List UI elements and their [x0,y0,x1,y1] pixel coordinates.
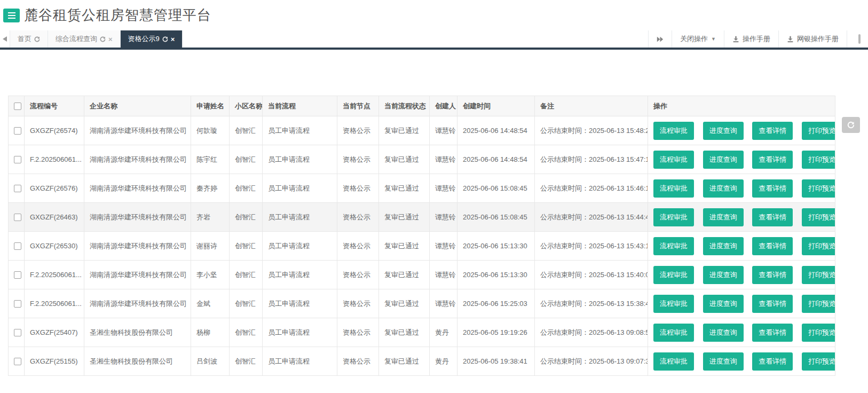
hamburger-menu-button[interactable] [3,9,20,22]
table-refresh-button[interactable] [842,117,860,133]
view-details-button[interactable]: 查看详情 [752,295,793,313]
print-preview-button[interactable]: 打印预览 [802,179,835,198]
cell-process-no: F.2.202506061... [25,261,84,289]
close-icon[interactable]: × [108,36,113,43]
progress-query-button[interactable]: 进度查询 [703,324,744,342]
view-details-button[interactable]: 查看详情 [752,237,793,255]
tab-comprehensive-process-query[interactable]: 综合流程查询 × [48,30,121,48]
print-preview-button[interactable]: 打印预览 [802,122,835,140]
cell-creator: 谭慧铃 [430,289,457,318]
refresh-icon[interactable] [162,36,168,42]
row-checkbox[interactable] [14,329,21,336]
view-details-button[interactable]: 查看详情 [752,122,793,140]
print-preview-button[interactable]: 打印预览 [802,295,835,313]
view-details-button[interactable]: 查看详情 [752,151,793,169]
progress-query-button[interactable]: 进度查询 [703,266,744,284]
tab-home[interactable]: 首页 [10,30,48,48]
process-approval-button[interactable]: 流程审批 [653,179,694,198]
table-body: GXGZF(26574) 湖南清源华建环境科技有限公司 何歆璇 创智汇 员工申请… [9,116,835,376]
row-checkbox[interactable] [14,185,21,192]
view-details-button[interactable]: 查看详情 [752,179,793,198]
view-details-button[interactable]: 查看详情 [752,266,793,284]
cell-community: 创智汇 [230,174,263,203]
process-approval-button[interactable]: 流程审批 [653,237,694,255]
process-approval-button[interactable]: 流程审批 [653,122,694,140]
cell-operations: 流程审批 进度查询 查看详情 打印预览 [648,174,835,203]
cell-created-at: 2025-06-06 14:48:54 [457,145,535,174]
close-operations-dropdown[interactable]: 关闭操作 ▼ [672,30,724,48]
cell-current-node: 资格公示 [337,203,379,232]
download-icon [732,36,739,43]
print-preview-button[interactable]: 打印预览 [802,237,835,255]
print-preview-button[interactable]: 打印预览 [802,352,835,371]
cell-process-no: GXGZF(25155) [25,347,84,376]
tab-scroll-left-button[interactable] [0,30,10,48]
cell-operations: 流程审批 进度查询 查看详情 打印预览 [648,145,835,174]
clipped-action-button[interactable] [847,30,868,48]
col-operations: 操作 [648,96,835,116]
row-checkbox[interactable] [14,127,21,135]
cell-community: 创智汇 [230,145,263,174]
cell-current-node: 资格公示 [337,145,379,174]
progress-query-button[interactable]: 进度查询 [703,208,744,226]
print-preview-button[interactable]: 打印预览 [802,208,835,226]
print-preview-button[interactable]: 打印预览 [802,151,835,169]
progress-query-button[interactable]: 进度查询 [703,237,744,255]
table-header-row: 流程编号 企业名称 申请姓名 小区名称 当前流程 当前节点 当前流程状态 创建人… [9,96,835,116]
cell-status: 复审已通过 [379,232,430,261]
cell-current-process: 员工申请流程 [263,289,337,318]
progress-query-button[interactable]: 进度查询 [703,151,744,169]
tab-bar: 首页 综合流程查询 × 资格公示9 × 关闭操作 ▼ [0,30,868,50]
refresh-icon[interactable] [34,36,40,42]
process-approval-button[interactable]: 流程审批 [653,352,694,371]
cell-applicant: 李小坚 [191,261,230,289]
cell-applicant: 杨柳 [191,318,230,347]
tab-qualification-publicity[interactable]: 资格公示9 × [121,30,183,48]
refresh-icon [847,121,855,129]
tab-label: 资格公示9 [128,34,160,44]
view-details-button[interactable]: 查看详情 [752,352,793,371]
refresh-icon[interactable] [100,36,106,42]
chevron-left-icon [3,36,7,42]
print-preview-button[interactable]: 打印预览 [802,266,835,284]
cell-created-at: 2025-06-06 14:48:54 [457,116,535,145]
row-checkbox[interactable] [14,214,21,221]
process-approval-button[interactable]: 流程审批 [653,295,694,313]
progress-query-button[interactable]: 进度查询 [703,122,744,140]
row-checkbox[interactable] [14,156,21,163]
progress-query-button[interactable]: 进度查询 [703,295,744,313]
col-community: 小区名称 [230,96,263,116]
process-approval-button[interactable]: 流程审批 [653,324,694,342]
cell-status: 复审已通过 [379,318,430,347]
process-approval-button[interactable]: 流程审批 [653,266,694,284]
cell-community: 创智汇 [230,347,263,376]
view-details-button[interactable]: 查看详情 [752,324,793,342]
col-created-at: 创建时间 [457,96,535,116]
progress-query-button[interactable]: 进度查询 [703,352,744,371]
col-current-node: 当前节点 [337,96,379,116]
progress-query-button[interactable]: 进度查询 [703,179,744,198]
cell-company: 湖南清源华建环境科技有限公司 [84,145,191,174]
row-checkbox[interactable] [14,358,21,365]
operation-manual-button[interactable]: 操作手册 [724,30,778,48]
close-icon[interactable]: × [171,36,175,43]
row-checkbox[interactable] [14,300,21,308]
cell-current-process: 员工申请流程 [263,232,337,261]
cell-community: 创智汇 [230,261,263,289]
row-checkbox[interactable] [14,271,21,279]
process-approval-button[interactable]: 流程审批 [653,208,694,226]
print-preview-button[interactable]: 打印预览 [802,324,835,342]
view-details-button[interactable]: 查看详情 [752,208,793,226]
row-checkbox[interactable] [14,242,21,250]
cell-creator: 谭慧铃 [430,261,457,289]
cell-applicant: 吕剑波 [191,347,230,376]
col-current-process: 当前流程 [263,96,337,116]
select-all-checkbox[interactable] [14,103,21,110]
cell-company: 圣湘生物科技股份有限公司 [84,347,191,376]
col-status: 当前流程状态 [379,96,430,116]
tab-scroll-right-button[interactable] [648,30,672,48]
bank-manual-button[interactable]: 网银操作手册 [778,30,847,48]
process-approval-button[interactable]: 流程审批 [653,151,694,169]
cell-process-no: GXGZF(26576) [25,174,84,203]
cell-status: 复审已通过 [379,261,430,289]
